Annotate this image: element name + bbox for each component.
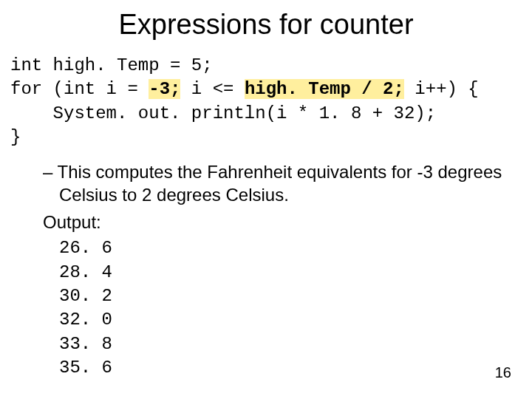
output-line: 30. 2 <box>59 286 112 306</box>
output-line: 32. 0 <box>59 310 112 330</box>
code-line-2c: i++) { <box>404 79 479 99</box>
code-block: int high. Temp = 5; for (int i = -3; i <… <box>10 54 532 150</box>
output-line: 35. 6 <box>59 358 112 378</box>
output-line: 33. 8 <box>59 334 112 354</box>
output-label: Output: <box>43 211 502 233</box>
code-line-2b: i <= <box>180 79 244 99</box>
code-highlight-cond: high. Temp / 2; <box>245 79 404 99</box>
code-highlight-init: -3; <box>149 79 180 99</box>
body-text: – This computes the Fahrenheit equivalen… <box>43 160 502 381</box>
slide: { "title": "Expressions for counter", "c… <box>0 9 532 399</box>
output-lines: 26. 6 28. 4 30. 2 32. 0 33. 8 35. 6 <box>59 236 502 380</box>
code-line-3: System. out. println(i * 1. 8 + 32); <box>10 103 436 123</box>
page-number: 16 <box>495 364 511 381</box>
slide-title: Expressions for counter <box>0 9 532 41</box>
code-line-4: } <box>10 127 21 147</box>
code-line-2a: for (int i = <box>10 79 149 99</box>
output-line: 26. 6 <box>59 238 112 258</box>
output-line: 28. 4 <box>59 262 112 282</box>
code-line-1: int high. Temp = 5; <box>10 55 213 75</box>
bullet-explain: – This computes the Fahrenheit equivalen… <box>43 160 502 206</box>
